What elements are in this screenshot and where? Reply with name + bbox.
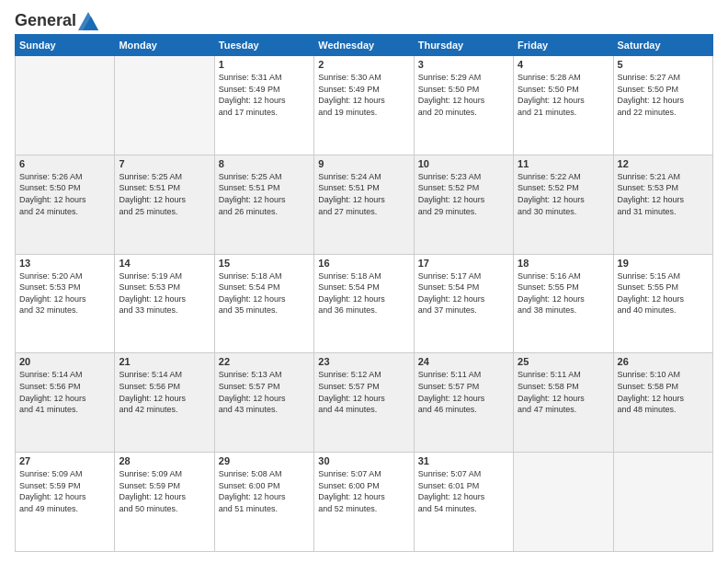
cell-info: Sunrise: 5:16 AMSunset: 5:55 PMDaylight:… [518,270,609,316]
cell-info: Sunrise: 5:28 AMSunset: 5:50 PMDaylight:… [518,72,609,118]
calendar-cell: 10Sunrise: 5:23 AMSunset: 5:52 PMDayligh… [414,155,513,254]
day-number: 22 [219,356,310,367]
day-number: 18 [518,258,609,269]
day-number: 24 [418,356,509,367]
cell-info: Sunrise: 5:25 AMSunset: 5:51 PMDaylight:… [119,171,210,217]
day-number: 30 [318,455,409,466]
day-number: 25 [518,356,609,367]
calendar-cell: 9Sunrise: 5:24 AMSunset: 5:51 PMDaylight… [314,155,414,254]
calendar-cell: 21Sunrise: 5:14 AMSunset: 5:56 PMDayligh… [115,353,214,453]
day-number: 2 [318,59,409,70]
day-number: 28 [119,455,210,466]
col-header-sunday: Sunday [16,35,115,56]
calendar-cell: 27Sunrise: 5:09 AMSunset: 5:59 PMDayligh… [16,453,115,552]
day-number: 23 [318,356,409,367]
day-number: 4 [518,59,609,70]
cell-info: Sunrise: 5:09 AMSunset: 5:59 PMDaylight:… [19,468,110,514]
col-header-thursday: Thursday [414,35,513,56]
calendar-cell: 8Sunrise: 5:25 AMSunset: 5:51 PMDaylight… [214,155,313,254]
day-number: 21 [119,356,210,367]
col-header-tuesday: Tuesday [214,35,313,56]
cell-info: Sunrise: 5:31 AMSunset: 5:49 PMDaylight:… [219,72,310,118]
col-header-friday: Friday [514,35,613,56]
cell-info: Sunrise: 5:18 AMSunset: 5:54 PMDaylight:… [318,270,409,316]
cell-info: Sunrise: 5:14 AMSunset: 5:56 PMDaylight:… [119,369,210,415]
cell-info: Sunrise: 5:10 AMSunset: 5:58 PMDaylight:… [618,369,709,415]
col-header-saturday: Saturday [613,35,712,56]
cell-info: Sunrise: 5:25 AMSunset: 5:51 PMDaylight:… [219,171,310,217]
calendar-cell: 11Sunrise: 5:22 AMSunset: 5:52 PMDayligh… [514,155,613,254]
calendar-week-row: 13Sunrise: 5:20 AMSunset: 5:53 PMDayligh… [16,254,713,353]
calendar-cell: 6Sunrise: 5:26 AMSunset: 5:50 PMDaylight… [16,155,115,254]
calendar-cell: 19Sunrise: 5:15 AMSunset: 5:55 PMDayligh… [613,254,712,353]
day-number: 11 [518,158,609,169]
cell-info: Sunrise: 5:18 AMSunset: 5:54 PMDaylight:… [219,270,310,316]
calendar-cell: 28Sunrise: 5:09 AMSunset: 5:59 PMDayligh… [115,453,214,552]
day-number: 31 [418,455,509,466]
col-header-wednesday: Wednesday [314,35,414,56]
calendar-cell: 24Sunrise: 5:11 AMSunset: 5:57 PMDayligh… [414,353,513,453]
cell-info: Sunrise: 5:20 AMSunset: 5:53 PMDaylight:… [19,270,110,316]
calendar-cell: 20Sunrise: 5:14 AMSunset: 5:56 PMDayligh… [16,353,115,453]
day-number: 26 [618,356,709,367]
day-number: 20 [19,356,110,367]
cell-info: Sunrise: 5:21 AMSunset: 5:53 PMDaylight:… [618,171,709,217]
calendar-cell: 18Sunrise: 5:16 AMSunset: 5:55 PMDayligh… [514,254,613,353]
calendar-cell [613,453,712,552]
logo-general: General [15,11,76,30]
cell-info: Sunrise: 5:11 AMSunset: 5:57 PMDaylight:… [418,369,509,415]
calendar-header-row: SundayMondayTuesdayWednesdayThursdayFrid… [16,35,713,56]
day-number: 5 [618,59,709,70]
calendar-cell [16,56,115,155]
calendar-cell: 14Sunrise: 5:19 AMSunset: 5:53 PMDayligh… [115,254,214,353]
day-number: 15 [219,258,310,269]
cell-info: Sunrise: 5:09 AMSunset: 5:59 PMDaylight:… [119,468,210,514]
day-number: 8 [219,158,310,169]
cell-info: Sunrise: 5:17 AMSunset: 5:54 PMDaylight:… [418,270,509,316]
day-number: 12 [618,158,709,169]
calendar-cell: 7Sunrise: 5:25 AMSunset: 5:51 PMDaylight… [115,155,214,254]
calendar-cell: 30Sunrise: 5:07 AMSunset: 6:00 PMDayligh… [314,453,414,552]
logo-icon [78,12,98,30]
cell-info: Sunrise: 5:24 AMSunset: 5:51 PMDaylight:… [318,171,409,217]
calendar-cell: 15Sunrise: 5:18 AMSunset: 5:54 PMDayligh… [214,254,313,353]
day-number: 14 [119,258,210,269]
day-number: 13 [19,258,110,269]
calendar-week-row: 20Sunrise: 5:14 AMSunset: 5:56 PMDayligh… [16,353,713,453]
calendar-cell: 29Sunrise: 5:08 AMSunset: 6:00 PMDayligh… [214,453,313,552]
day-number: 7 [119,158,210,169]
calendar-cell: 26Sunrise: 5:10 AMSunset: 5:58 PMDayligh… [613,353,712,453]
cell-info: Sunrise: 5:08 AMSunset: 6:00 PMDaylight:… [219,468,310,514]
cell-info: Sunrise: 5:29 AMSunset: 5:50 PMDaylight:… [418,72,509,118]
calendar-cell: 16Sunrise: 5:18 AMSunset: 5:54 PMDayligh… [314,254,414,353]
cell-info: Sunrise: 5:07 AMSunset: 6:00 PMDaylight:… [318,468,409,514]
calendar-cell: 25Sunrise: 5:11 AMSunset: 5:58 PMDayligh… [514,353,613,453]
cell-info: Sunrise: 5:26 AMSunset: 5:50 PMDaylight:… [19,171,110,217]
day-number: 27 [19,455,110,466]
calendar-table: SundayMondayTuesdayWednesdayThursdayFrid… [15,34,713,552]
cell-info: Sunrise: 5:15 AMSunset: 5:55 PMDaylight:… [618,270,709,316]
page: General SundayMondayTuesdayWednesdayThur… [0,0,728,563]
calendar-cell: 2Sunrise: 5:30 AMSunset: 5:49 PMDaylight… [314,56,414,155]
cell-info: Sunrise: 5:13 AMSunset: 5:57 PMDaylight:… [219,369,310,415]
calendar-cell: 17Sunrise: 5:17 AMSunset: 5:54 PMDayligh… [414,254,513,353]
day-number: 3 [418,59,509,70]
calendar-cell: 1Sunrise: 5:31 AMSunset: 5:49 PMDaylight… [214,56,313,155]
calendar-cell [115,56,214,155]
header: General [15,11,713,27]
day-number: 29 [219,455,310,466]
day-number: 6 [19,158,110,169]
calendar-cell: 23Sunrise: 5:12 AMSunset: 5:57 PMDayligh… [314,353,414,453]
cell-info: Sunrise: 5:12 AMSunset: 5:57 PMDaylight:… [318,369,409,415]
calendar-week-row: 1Sunrise: 5:31 AMSunset: 5:49 PMDaylight… [16,56,713,155]
cell-info: Sunrise: 5:30 AMSunset: 5:49 PMDaylight:… [318,72,409,118]
day-number: 1 [219,59,310,70]
col-header-monday: Monday [115,35,214,56]
cell-info: Sunrise: 5:11 AMSunset: 5:58 PMDaylight:… [518,369,609,415]
calendar-cell: 5Sunrise: 5:27 AMSunset: 5:50 PMDaylight… [613,56,712,155]
cell-info: Sunrise: 5:27 AMSunset: 5:50 PMDaylight:… [618,72,709,118]
calendar-cell: 12Sunrise: 5:21 AMSunset: 5:53 PMDayligh… [613,155,712,254]
cell-info: Sunrise: 5:07 AMSunset: 6:01 PMDaylight:… [418,468,509,514]
cell-info: Sunrise: 5:23 AMSunset: 5:52 PMDaylight:… [418,171,509,217]
calendar-cell: 3Sunrise: 5:29 AMSunset: 5:50 PMDaylight… [414,56,513,155]
